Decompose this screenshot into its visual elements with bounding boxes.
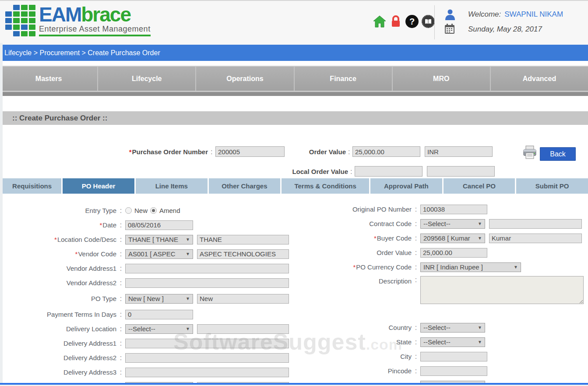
date-label: Date <box>3 221 116 229</box>
menu-item-mro[interactable]: MRO <box>393 67 491 91</box>
brand-tagline: Enterprise Asset Management <box>39 25 151 36</box>
entry-type-radio-new[interactable] <box>125 207 132 214</box>
po-tab-bar: Requisitions PO Header Line Items Other … <box>3 178 588 194</box>
print-icon[interactable] <box>523 145 537 163</box>
order-value-row: Order Value <box>302 245 587 260</box>
po-number-input[interactable] <box>215 146 285 157</box>
payment-terms-row: Payment Terms In Days <box>3 307 295 322</box>
delivery-location-row: Delivery Location --Select--▼ <box>3 322 295 336</box>
buyer-code-desc-input[interactable] <box>489 234 582 243</box>
delivery-location-label: Delivery Location <box>3 325 116 333</box>
po-type-desc-input[interactable] <box>197 294 289 304</box>
local-order-value-label: Local Order Value <box>280 166 348 177</box>
menu-shadow-strip <box>0 92 588 96</box>
description-textarea[interactable] <box>420 276 584 304</box>
menu-item-finance[interactable]: Finance <box>295 67 393 91</box>
vendor-desc-input[interactable] <box>197 249 289 259</box>
city-input[interactable] <box>420 352 487 361</box>
vendor-address1-input[interactable] <box>125 264 289 273</box>
contract-code-select[interactable]: --Select--▼ <box>420 219 485 229</box>
location-desc-input[interactable] <box>197 235 289 244</box>
current-date: Sunday, May 28, 2017 <box>468 25 542 34</box>
dropdown-arrow-icon: ▼ <box>478 325 482 330</box>
tab-terms-conditions[interactable]: Terms & Conditions <box>282 178 370 194</box>
breadcrumb[interactable]: Lifecycle > Procurement > Create Purchas… <box>0 45 588 61</box>
order-value-field-input[interactable] <box>420 248 487 258</box>
buyer-code-label: Buyer Code <box>302 234 412 242</box>
tab-po-header[interactable]: PO Header <box>63 178 136 194</box>
original-po-row: Original PO Number <box>302 202 587 216</box>
country-select[interactable]: --Select--▼ <box>420 323 485 333</box>
country-row: Country --Select--▼ <box>302 320 587 335</box>
delivery-location-select[interactable]: --Select--▼ <box>125 324 193 334</box>
po-currency-select[interactable]: INR [ Indian Rupee ]▼ <box>420 262 521 272</box>
entry-type-row: Entry Type New Amend <box>3 203 295 218</box>
vendor-code-select[interactable]: AS001 [ ASPEC▼ <box>125 249 193 259</box>
contract-code-label: Contract Code <box>302 220 412 227</box>
user-icon <box>444 9 456 20</box>
tab-line-items[interactable]: Line Items <box>136 178 209 194</box>
form-left-column: Entry Type New Amend Date Location Code/… <box>3 203 295 386</box>
vendor-address1-label: Vendor Address1 <box>3 265 116 272</box>
country-label: Country <box>302 324 412 331</box>
menu-item-lifecycle[interactable]: Lifecycle <box>98 67 196 91</box>
menu-item-operations[interactable]: Operations <box>196 67 294 91</box>
menu-item-masters[interactable]: Masters <box>0 67 98 91</box>
delivery-address1-input[interactable] <box>125 339 289 348</box>
po-type-label: PO Type <box>3 295 116 302</box>
city-label: City <box>302 353 412 360</box>
original-po-input[interactable] <box>420 205 487 214</box>
logo-grid-icon <box>5 5 35 36</box>
delivery-address2-label: Delivery Address2 <box>3 354 116 361</box>
brand-name: EAMbrace <box>39 4 151 25</box>
tab-submit-po[interactable]: Submit PO <box>516 178 588 194</box>
vendor-row: Vendor Code AS001 [ ASPEC▼ <box>3 247 295 261</box>
buyer-code-select[interactable]: 209568 [ Kumar▼ <box>420 234 485 243</box>
dropdown-arrow-icon: ▼ <box>186 237 190 242</box>
date-input[interactable] <box>125 220 193 230</box>
contract-code-row: Contract Code --Select--▼ <box>302 216 587 231</box>
book-icon[interactable] <box>422 15 435 28</box>
menu-item-advanced[interactable]: Advanced <box>491 67 588 91</box>
vendor-code-label: Vendor Code <box>3 250 116 258</box>
tab-approval-path[interactable]: Approval Path <box>370 178 444 194</box>
back-button[interactable]: Back <box>540 147 576 161</box>
home-icon[interactable] <box>373 15 386 28</box>
order-value-input[interactable] <box>352 146 420 157</box>
state-select[interactable]: --Select--▼ <box>420 337 485 347</box>
vendor-address2-input[interactable] <box>125 278 289 288</box>
payment-terms-input[interactable] <box>125 310 193 319</box>
main-menu: Masters Lifecycle Operations Finance MRO… <box>0 66 588 91</box>
po-number-label: Purchase Order Number <box>77 147 208 157</box>
tab-cancel-po[interactable]: Cancel PO <box>444 178 517 194</box>
location-select[interactable]: THANE [ THANE▼ <box>125 235 193 244</box>
date-row: Date <box>3 218 295 232</box>
contract-code-desc-input[interactable] <box>489 219 582 229</box>
delivery-location-desc-input[interactable] <box>197 324 289 334</box>
dropdown-arrow-icon: ▼ <box>478 340 482 344</box>
local-order-value-input[interactable] <box>355 166 423 177</box>
lock-icon[interactable] <box>389 15 402 28</box>
delivery-address3-label: Delivery Address3 <box>3 368 116 376</box>
po-type-select[interactable]: New [ New ]▼ <box>125 294 193 304</box>
buyer-code-row: Buyer Code 209568 [ Kumar▼ <box>302 231 587 245</box>
state-label: State <box>302 338 412 346</box>
delivery-address3-input[interactable] <box>125 368 289 377</box>
calendar-icon <box>444 24 456 35</box>
username[interactable]: SWAPNIL NIKAM <box>504 10 563 19</box>
order-currency-input[interactable] <box>425 146 493 157</box>
dropdown-arrow-icon: ▼ <box>186 251 190 256</box>
tab-other-charges[interactable]: Other Charges <box>209 178 282 194</box>
po-currency-label: PO Currency Code <box>302 263 412 271</box>
tab-requisitions[interactable]: Requisitions <box>3 178 63 194</box>
delivery-address2-input[interactable] <box>125 353 289 363</box>
entry-type-radio-amend[interactable] <box>150 207 157 214</box>
app-header: EAMbrace Enterprise Asset Management ? <box>0 1 588 45</box>
help-icon[interactable]: ? <box>405 15 419 28</box>
pincode-input[interactable] <box>420 366 487 376</box>
header-divider <box>434 5 435 39</box>
original-po-label: Original PO Number <box>302 205 412 213</box>
local-order-currency-input[interactable] <box>427 166 495 177</box>
po-currency-row: PO Currency Code INR [ Indian Rupee ]▼ <box>302 260 587 274</box>
po-type-row: PO Type New [ New ]▼ <box>3 291 295 306</box>
